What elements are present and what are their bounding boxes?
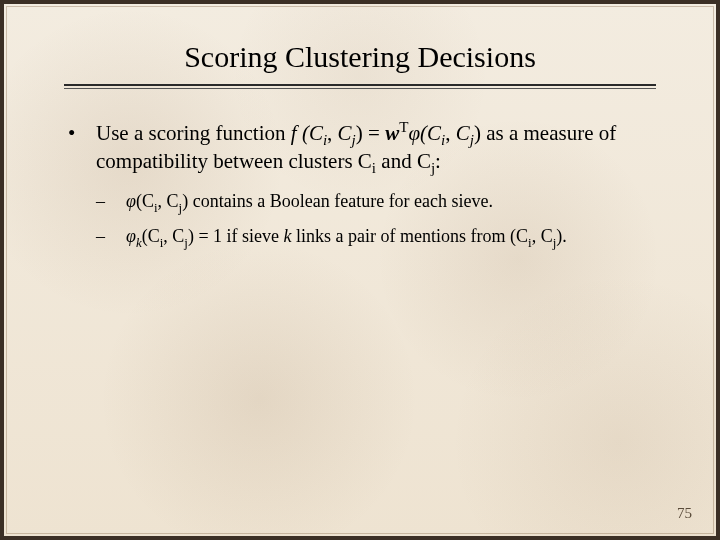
bullet-pre: Use a scoring function [96, 121, 291, 145]
f-Cj2: C [456, 121, 470, 145]
f-comma1: , [327, 121, 338, 145]
sub2-comma2: , [532, 226, 541, 246]
title-rule-thin [64, 88, 656, 89]
slide: Scoring Clustering Decisions • Use a sco… [4, 4, 716, 536]
bullet-marker: • [68, 119, 96, 147]
sub2-body: φk(Ci, Cj) = 1 if sieve k links a pair o… [126, 225, 567, 248]
bullet-Cj-base: C [417, 149, 431, 173]
sub1-dash: – [96, 190, 126, 213]
title-rule-thick [64, 84, 656, 86]
bullet-Ci: Ci [358, 149, 376, 173]
sub2-tail: links a pair of mentions from ( [292, 226, 516, 246]
page-number: 75 [677, 505, 692, 522]
sub-bullet-1: – φ(Ci, Cj) contains a Boolean feature f… [96, 190, 652, 213]
f-open: f ( [291, 121, 309, 145]
sub2-dash: – [96, 225, 126, 248]
sub2-phi: φ [126, 226, 136, 246]
bullet-post3: : [435, 149, 441, 173]
f-Ci2: C [427, 121, 441, 145]
f-Ci: C [309, 121, 323, 145]
slide-title: Scoring Clustering Decisions [4, 40, 716, 74]
sub2-Ci: C [148, 226, 160, 246]
sub1-comma: , [158, 191, 167, 211]
f-phi-open: φ( [408, 121, 427, 145]
sub2-Cj: C [172, 226, 184, 246]
sub1-close-text: ) contains a Boolean feature for each si… [182, 191, 493, 211]
sub2-comma: , [163, 226, 172, 246]
sub2-mid: ) = 1 if sieve [188, 226, 284, 246]
sub-bullet-2: – φk(Ci, Cj) = 1 if sieve k links a pair… [96, 225, 652, 248]
bullet-main: • Use a scoring function f (Ci, Cj) = wT… [68, 119, 652, 176]
sub2-Cj2: C [541, 226, 553, 246]
scoring-formula: f (Ci, Cj) = wTφ(Ci, Cj) [291, 121, 481, 145]
sub2-Ci2: C [516, 226, 528, 246]
bullet-body: Use a scoring function f (Ci, Cj) = wTφ(… [96, 119, 652, 176]
sub1-phi: φ [126, 191, 136, 211]
bullet-Ci-base: C [358, 149, 372, 173]
f-close-eq: ) = [356, 121, 385, 145]
f-w: w [385, 121, 399, 145]
sub2-k: k [284, 226, 292, 246]
sub2-end: ). [556, 226, 567, 246]
content-area: • Use a scoring function f (Ci, Cj) = wT… [68, 119, 652, 248]
sub1-Ci: C [142, 191, 154, 211]
sub1-body: φ(Ci, Cj) contains a Boolean feature for… [126, 190, 493, 213]
f-close: ) [474, 121, 481, 145]
f-Cj: C [338, 121, 352, 145]
bullet-Cj: Cj [417, 149, 435, 173]
f-comma2: , [445, 121, 456, 145]
sub-bullet-list: – φ(Ci, Cj) contains a Boolean feature f… [96, 190, 652, 249]
sub1-Cj: C [167, 191, 179, 211]
bullet-post2: and [376, 149, 417, 173]
